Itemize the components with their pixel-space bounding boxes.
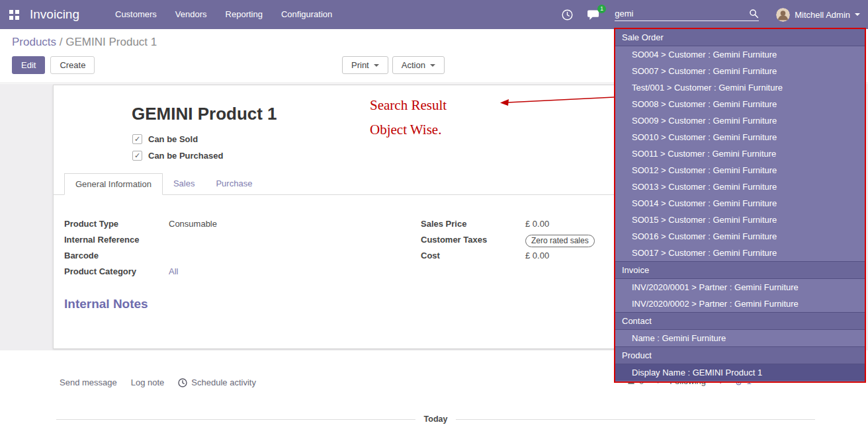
search-results-dropdown: Sale OrderSO004 > Customer : Gemini Furn…: [614, 28, 866, 383]
search-result-item[interactable]: SO004 > Customer : Gemini Furniture: [615, 46, 865, 63]
action-buttons: Print Action: [342, 56, 445, 74]
breadcrumb-products-link[interactable]: Products: [12, 36, 56, 48]
search-result-item[interactable]: INV/2020/0001 > Partner : Gemini Furnitu…: [615, 279, 865, 296]
search-result-item[interactable]: SO012 > Customer : Gemini Furniture: [615, 162, 865, 178]
print-label: Print: [351, 60, 369, 70]
tab-general-information[interactable]: General Information: [64, 173, 163, 195]
log-note-link[interactable]: Log note: [131, 377, 165, 387]
annotation-line1: Search Result: [370, 97, 447, 114]
user-menu[interactable]: Mitchell Admin: [776, 8, 860, 22]
fields-left: Product TypeConsumableInternal Reference…: [64, 219, 382, 282]
screen: Invoicing CustomersVendorsReportingConfi…: [0, 0, 868, 435]
search-result-item[interactable]: Name : Gemini Furniture: [615, 330, 865, 346]
checkbox[interactable]: ✓: [132, 151, 142, 161]
form-buttons: Edit Create: [12, 56, 95, 74]
print-button[interactable]: Print: [342, 56, 388, 74]
schedule-activity-label: Schedule activity: [191, 377, 256, 387]
edit-button[interactable]: Edit: [12, 56, 45, 74]
apps-menu-icon: [9, 10, 19, 20]
field-row: Product TypeConsumable: [64, 219, 382, 235]
print-caret-icon: [374, 64, 379, 67]
search-result-item[interactable]: SO009 > Customer : Gemini Furniture: [615, 112, 865, 129]
field-value: £ 0.00: [525, 251, 549, 260]
schedule-activity-icon: [178, 378, 187, 387]
breadcrumb-current: GEMINI Product 1: [65, 36, 157, 48]
navbar: Invoicing CustomersVendorsReportingConfi…: [0, 0, 868, 29]
annotation-line2: Object Wise.: [370, 122, 441, 138]
divider-line-left: [56, 419, 415, 420]
field-value: Consumable: [169, 219, 217, 229]
search-icon[interactable]: [749, 9, 759, 19]
checkbox-label: Can be Sold: [148, 134, 198, 144]
app-name[interactable]: Invoicing: [30, 7, 79, 22]
activities-clock-icon: [562, 9, 573, 20]
field-label: Sales Price: [421, 219, 525, 229]
product-title: GEMINI Product 1: [132, 104, 277, 124]
search-result-item[interactable]: INV/2020/0002 > Partner : Gemini Furnitu…: [615, 296, 865, 312]
field-row: Product CategoryAll: [64, 266, 382, 282]
tab-sales[interactable]: Sales: [163, 173, 206, 195]
field-label: Barcode: [64, 251, 169, 260]
field-value: £ 0.00: [525, 219, 549, 229]
checkbox-group: ✓Can be Sold✓Can be Purchased: [132, 134, 223, 167]
action-label: Action: [402, 60, 425, 70]
field-value: Zero rated sales: [525, 235, 595, 247]
search-input[interactable]: [615, 9, 749, 19]
search-result-item[interactable]: SO013 > Customer : Gemini Furniture: [615, 178, 865, 195]
navbar-menu: CustomersVendorsReportingConfiguration: [106, 0, 341, 29]
search-result-group-header: Sale Order: [615, 29, 865, 46]
search-result-item[interactable]: Display Name : GEMINI Product 1: [615, 364, 865, 381]
user-name: Mitchell Admin: [795, 10, 850, 20]
search-result-item[interactable]: SO017 > Customer : Gemini Furniture: [615, 245, 865, 261]
field-label: Internal Reference: [64, 235, 169, 245]
navbar-menu-item-vendors[interactable]: Vendors: [166, 0, 216, 29]
navbar-menu-item-reporting[interactable]: Reporting: [216, 0, 272, 29]
create-button[interactable]: Create: [50, 56, 95, 74]
field-label: Product Type: [64, 219, 169, 229]
field-label: Customer Taxes: [421, 235, 525, 245]
action-caret-icon: [430, 64, 435, 67]
user-caret-icon: [855, 13, 860, 16]
navbar-search-box: [615, 9, 759, 21]
navbar-menu-item-customers[interactable]: Customers: [106, 0, 166, 29]
search-result-item[interactable]: SO015 > Customer : Gemini Furniture: [615, 212, 865, 228]
search-result-item[interactable]: SO008 > Customer : Gemini Furniture: [615, 96, 865, 112]
field-label: Product Category: [64, 266, 169, 276]
field-value[interactable]: All: [169, 266, 178, 276]
field-row: Barcode: [64, 251, 382, 266]
send-message-link[interactable]: Send message: [60, 377, 117, 387]
chatter-links: Send message Log note Schedule activity: [60, 377, 256, 387]
today-divider: Today: [56, 415, 815, 424]
search-result-group-header: Product: [615, 346, 865, 364]
annotation-arrow: [498, 91, 617, 110]
search-result-item[interactable]: SO014 > Customer : Gemini Furniture: [615, 195, 865, 212]
navbar-menu-item-configuration[interactable]: Configuration: [272, 0, 341, 29]
messages-button[interactable]: 1: [587, 9, 600, 20]
search-result-item[interactable]: SO016 > Customer : Gemini Furniture: [615, 228, 865, 245]
field-label: Cost: [421, 251, 525, 260]
tab-purchase[interactable]: Purchase: [205, 173, 263, 195]
search-result-group-header: Contact: [615, 312, 865, 330]
search-result-item[interactable]: SO011 > Customer : Gemini Furniture: [615, 145, 865, 162]
activities-button[interactable]: [562, 9, 573, 20]
action-button[interactable]: Action: [392, 56, 445, 74]
checkbox-label: Can be Purchased: [148, 151, 223, 161]
apps-menu-button[interactable]: [9, 10, 19, 20]
schedule-activity-link[interactable]: Schedule activity: [178, 377, 256, 387]
search-result-group-header: Invoice: [615, 261, 865, 279]
systray: 1 Mitchell Admin: [562, 8, 860, 22]
divider-line-right: [456, 419, 815, 420]
messages-badge: 1: [597, 5, 606, 13]
search-result-item[interactable]: Test/001 > Customer : Gemini Furniture: [615, 79, 865, 96]
search-result-item[interactable]: SO010 > Customer : Gemini Furniture: [615, 129, 865, 145]
internal-notes-title: Internal Notes: [64, 297, 148, 311]
search-result-item[interactable]: SO007 > Customer : Gemini Furniture: [615, 63, 865, 79]
breadcrumb: Products / GEMINI Product 1: [12, 36, 157, 49]
checkbox-row: ✓Can be Sold: [132, 134, 223, 144]
breadcrumb-separator: /: [60, 36, 63, 48]
field-row: Internal Reference: [64, 235, 382, 251]
today-label: Today: [424, 415, 448, 424]
checkbox[interactable]: ✓: [132, 134, 142, 144]
checkbox-row: ✓Can be Purchased: [132, 151, 223, 161]
avatar: [776, 8, 790, 22]
